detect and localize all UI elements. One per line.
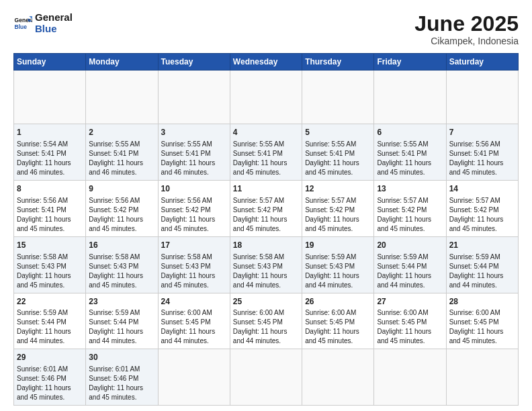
day-info: Sunrise: 5:59 AM: [17, 308, 83, 318]
day-info: Sunset: 5:41 PM: [17, 205, 83, 215]
svg-text:Blue: Blue: [15, 23, 28, 30]
calendar-page: General Blue General Blue June 2025 Cika…: [0, 0, 532, 411]
day-info: and 45 minutes.: [305, 224, 371, 234]
day-info: Sunset: 5:45 PM: [233, 318, 299, 327]
calendar-cell: [158, 349, 230, 406]
day-info: and 45 minutes.: [89, 281, 154, 290]
day-info: Daylight: 11 hours: [17, 158, 83, 168]
day-info: Daylight: 11 hours: [233, 327, 299, 336]
calendar-cell: 14Sunrise: 5:57 AMSunset: 5:42 PMDayligh…: [446, 180, 518, 236]
calendar-cell: 2Sunrise: 5:55 AMSunset: 5:41 PMDaylight…: [86, 124, 158, 181]
day-number: 24: [161, 296, 227, 308]
day-info: Daylight: 11 hours: [89, 215, 154, 224]
day-info: and 45 minutes.: [233, 224, 299, 234]
calendar-cell: 28Sunrise: 6:00 AMSunset: 5:45 PMDayligh…: [446, 293, 518, 349]
day-info: Sunset: 5:45 PM: [161, 318, 227, 327]
day-info: Daylight: 11 hours: [161, 327, 227, 336]
day-info: Daylight: 11 hours: [17, 383, 83, 393]
day-info: Daylight: 11 hours: [233, 158, 299, 168]
day-info: Daylight: 11 hours: [89, 271, 154, 281]
day-number: 21: [449, 240, 515, 251]
calendar-table: Sunday Monday Tuesday Wednesday Thursday…: [13, 53, 519, 406]
day-info: Daylight: 11 hours: [161, 271, 227, 281]
calendar-cell: 29Sunrise: 6:01 AMSunset: 5:46 PMDayligh…: [14, 349, 86, 406]
calendar-cell: 8Sunrise: 5:56 AMSunset: 5:41 PMDaylight…: [14, 180, 86, 236]
day-number: 15: [17, 240, 83, 251]
day-info: and 45 minutes.: [449, 336, 515, 346]
day-info: and 44 minutes.: [305, 281, 371, 290]
calendar-cell: 24Sunrise: 6:00 AMSunset: 5:45 PMDayligh…: [158, 293, 230, 349]
calendar-cell: 23Sunrise: 5:59 AMSunset: 5:44 PMDayligh…: [86, 293, 158, 349]
day-number: 11: [233, 183, 299, 195]
day-info: and 44 minutes.: [161, 336, 227, 346]
day-number: 19: [305, 240, 371, 251]
day-number: 23: [89, 296, 154, 308]
day-info: and 45 minutes.: [305, 168, 371, 177]
day-info: and 45 minutes.: [233, 168, 299, 177]
day-info: Sunrise: 6:00 AM: [377, 308, 443, 318]
day-info: Daylight: 11 hours: [449, 327, 515, 336]
day-info: Sunset: 5:43 PM: [17, 262, 83, 271]
day-number: 26: [305, 296, 371, 308]
day-info: and 45 minutes.: [377, 168, 443, 177]
day-info: Sunset: 5:43 PM: [161, 262, 227, 271]
day-info: and 45 minutes.: [17, 393, 83, 402]
day-info: Sunrise: 5:59 AM: [89, 308, 154, 318]
day-info: Daylight: 11 hours: [89, 158, 154, 168]
day-info: Sunset: 5:43 PM: [89, 262, 154, 271]
calendar-cell: 18Sunrise: 5:58 AMSunset: 5:43 PMDayligh…: [230, 236, 302, 293]
day-info: and 44 minutes.: [233, 281, 299, 290]
calendar-cell: 25Sunrise: 6:00 AMSunset: 5:45 PMDayligh…: [230, 293, 302, 349]
day-number: 10: [161, 183, 227, 195]
calendar-cell: [302, 349, 374, 406]
day-info: Sunrise: 5:57 AM: [305, 196, 371, 205]
calendar-cell: [158, 71, 230, 124]
day-info: and 45 minutes.: [449, 224, 515, 234]
col-sunday: Sunday: [14, 54, 86, 71]
logo-icon: General Blue: [13, 14, 32, 33]
day-info: Daylight: 11 hours: [161, 158, 227, 168]
logo: General Blue General Blue: [13, 12, 73, 34]
day-info: Daylight: 11 hours: [161, 215, 227, 224]
day-number: 20: [377, 240, 443, 251]
day-info: and 45 minutes.: [377, 336, 443, 346]
col-wednesday: Wednesday: [230, 54, 302, 71]
day-info: Sunrise: 6:01 AM: [89, 365, 154, 374]
day-info: and 45 minutes.: [161, 224, 227, 234]
day-info: Sunset: 5:43 PM: [233, 262, 299, 271]
day-info: Sunrise: 5:59 AM: [305, 253, 371, 262]
day-info: Daylight: 11 hours: [233, 271, 299, 281]
day-number: 25: [233, 296, 299, 308]
day-info: Sunrise: 5:55 AM: [233, 140, 299, 149]
calendar-cell: [230, 71, 302, 124]
calendar-cell: 21Sunrise: 5:59 AMSunset: 5:44 PMDayligh…: [446, 236, 518, 293]
day-info: Daylight: 11 hours: [449, 271, 515, 281]
day-info: Sunrise: 5:55 AM: [305, 140, 371, 149]
day-info: Sunrise: 5:57 AM: [449, 196, 515, 205]
day-number: 8: [17, 183, 83, 195]
calendar-cell: 15Sunrise: 5:58 AMSunset: 5:43 PMDayligh…: [14, 236, 86, 293]
day-info: Sunset: 5:44 PM: [89, 318, 154, 327]
calendar-cell: 12Sunrise: 5:57 AMSunset: 5:42 PMDayligh…: [302, 180, 374, 236]
col-tuesday: Tuesday: [158, 54, 230, 71]
day-info: Sunset: 5:41 PM: [17, 149, 83, 158]
day-info: Sunset: 5:41 PM: [233, 149, 299, 158]
calendar-cell: [302, 71, 374, 124]
day-info: Sunset: 5:41 PM: [89, 149, 154, 158]
calendar-cell: 22Sunrise: 5:59 AMSunset: 5:44 PMDayligh…: [14, 293, 86, 349]
day-info: and 45 minutes.: [17, 224, 83, 234]
day-info: Sunset: 5:42 PM: [449, 205, 515, 215]
day-number: 17: [161, 240, 227, 251]
day-info: and 44 minutes.: [377, 281, 443, 290]
calendar-cell: 13Sunrise: 5:57 AMSunset: 5:42 PMDayligh…: [374, 180, 446, 236]
day-info: Sunrise: 6:00 AM: [161, 308, 227, 318]
calendar-subtitle: Cikampek, Indonesia: [414, 36, 519, 46]
day-info: Sunset: 5:44 PM: [17, 318, 83, 327]
calendar-cell: 16Sunrise: 5:58 AMSunset: 5:43 PMDayligh…: [86, 236, 158, 293]
day-info: Sunrise: 6:01 AM: [17, 365, 83, 374]
day-info: and 45 minutes.: [305, 336, 371, 346]
day-info: Sunrise: 5:54 AM: [17, 140, 83, 149]
day-info: Sunrise: 6:00 AM: [233, 308, 299, 318]
day-number: 6: [377, 127, 443, 138]
logo-text: General Blue: [35, 12, 73, 34]
